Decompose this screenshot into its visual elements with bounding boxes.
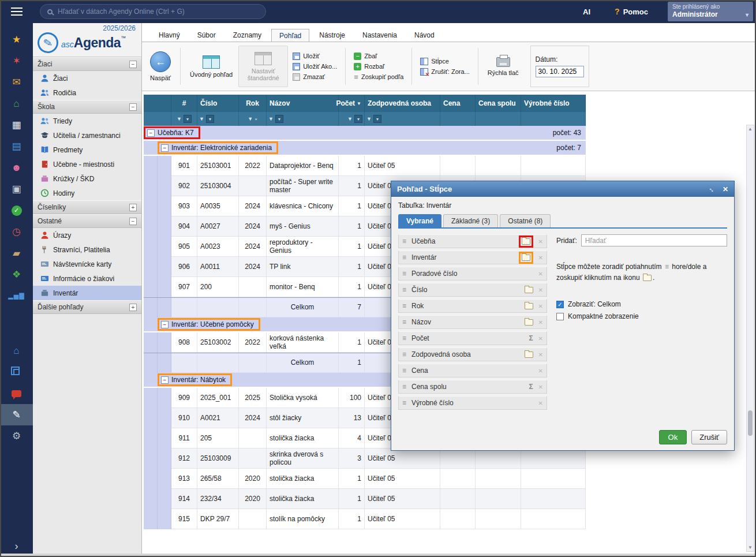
school-year[interactable]: 2025/2026 [36,24,138,32]
filter-cell-cena[interactable] [440,112,476,126]
sum-icon[interactable]: Σ [529,334,533,342]
column-item-pocet[interactable]: ≡ Počet Σ ✕ [398,331,547,345]
set-default-button[interactable]: Nastaviť štandardné [238,46,288,87]
column-item-cislo[interactable]: ≡ Číslo ✕ [398,283,547,297]
sidebar-item-rodicia[interactable]: Rodičia [33,85,141,100]
table-row[interactable]: 913 265/58 2020 stolička žiacka 1 Učiteľ… [144,469,586,489]
scrollbar-thumb[interactable] [748,410,753,436]
expand-toggle-icon[interactable]: + [129,304,137,311]
column-header-cislo[interactable]: Číslo [197,95,239,112]
drag-handle-icon[interactable]: ≡ [402,318,406,326]
checkbox-checked-icon[interactable]: ✓ [556,301,564,308]
menu-icon[interactable] [0,11,33,12]
account-menu[interactable]: Ste prihlásený ako Administrátor ▾ [668,2,753,21]
column-header-cena-spolu[interactable]: Cena spolu [476,95,521,112]
sidebar-item-kruzky[interactable]: Krúžky / ŠKD [33,171,141,186]
drag-handle-icon[interactable]: ≡ [402,350,406,358]
column-item-poradove-cislo[interactable]: ≡ Poradové číslo ✕ [398,267,547,281]
remove-icon[interactable]: ✕ [538,352,543,358]
briefcase-icon[interactable]: ▰ [0,242,33,264]
sidebar-item-triedy[interactable]: Triedy [33,114,141,128]
column-item-zodpovedna-osoba[interactable]: ≡ Zodpovedná osoba ✕ [398,347,547,361]
dialog-tab-zakladne[interactable]: Základné (3) [443,214,498,227]
column-item-cena-spolu[interactable]: ≡ Cena spolu Σ ✕ [398,380,547,394]
columns-button[interactable]: Stĺpce [420,58,469,65]
filter-cell-nazov[interactable]: ▼▾ [267,112,339,126]
column-header-vyrobne-cislo[interactable]: Výrobné číslo [521,95,586,112]
remove-icon[interactable]: ✕ [538,400,543,406]
person-icon[interactable]: ☻ [0,157,33,178]
filter-cell-vyrobne[interactable] [521,112,586,126]
table-row[interactable]: 912 25103009 skrinka dverová s policou 3… [144,448,586,469]
home-icon[interactable]: ⌂ [0,93,33,114]
nav-section-ciselniky[interactable]: Číselníky + [33,200,141,214]
filter-cell-cena-spolu[interactable] [476,112,521,126]
group-by-button[interactable]: ≡Zoskupiť podľa [354,73,403,81]
checkbox-unchecked-icon[interactable] [556,313,564,320]
filter-cell-rok[interactable]: ▼× [239,112,267,126]
filter-dropdown[interactable]: ▾ [184,115,192,123]
shield-icon[interactable]: ❖ [0,264,33,285]
remove-icon[interactable]: ✕ [538,319,543,326]
ai-button[interactable]: AI [583,8,590,16]
column-item-ucebna[interactable]: ≡ Učebňa ✕ [398,234,547,248]
drag-handle-icon[interactable]: ≡ [402,302,406,310]
collapse-group-icon[interactable]: − [161,376,169,384]
collapse-all-button[interactable]: −Zbaľ [354,53,403,60]
alarm-icon[interactable]: ◷ [0,221,33,242]
filter-cell-osoba[interactable]: ▼▾ [365,112,440,126]
tab-zoznamy[interactable]: Zoznamy [226,29,269,42]
column-item-inventar[interactable]: ≡ Inventár ✕ [398,251,547,264]
vertical-scrollbar[interactable]: ▲ ▼ [746,125,754,552]
remove-icon[interactable]: ✕ [538,255,543,261]
column-item-nazov[interactable]: ≡ Názov ✕ [398,315,547,329]
dialog-tab-vybrane[interactable]: Vybrané [398,214,441,227]
filter-cell-num[interactable]: ▼▾ [171,112,197,126]
sidebar-item-ucitelia[interactable]: Učitelia / zamestnanci [33,128,141,143]
collapse-toggle-icon[interactable]: − [129,61,137,68]
column-item-vyrobne-cislo[interactable]: ≡ Výrobné číslo ✕ [398,396,547,410]
column-header-cena[interactable]: Cena [440,95,476,112]
cancel-sort-button[interactable]: Zrušiť: Zora... [420,68,469,76]
column-item-rok[interactable]: ≡ Rok ✕ [398,299,547,313]
drag-handle-icon[interactable]: ≡ [402,399,406,407]
sum-icon[interactable]: Σ [529,383,533,391]
filter-dropdown[interactable]: ▾ [373,115,381,123]
nav-section-dalsie-pohlady[interactable]: Ďalšie pohľady + [33,300,141,314]
drag-handle-icon[interactable]: ≡ [402,270,406,278]
show-total-checkbox[interactable]: ✓ Zobraziť: Celkom [556,300,727,308]
tab-nastavenia[interactable]: Nastavenia [355,29,405,42]
quick-print-button[interactable]: Rýchla tlač [482,46,525,87]
tab-nastroje[interactable]: Nástroje [312,29,353,42]
dialog-close-icon[interactable]: ✕ [723,185,728,193]
check-circle-icon[interactable]: ✓ [0,200,33,221]
sidebar-item-urazy[interactable]: Úrazy [33,228,141,242]
scroll-up-icon[interactable]: ▲ [747,126,754,132]
remove-icon[interactable]: ✕ [538,384,543,390]
table-row[interactable]: 901 25103001 2022 Dataprojektor - Benq 1… [144,156,586,176]
gear-icon[interactable]: ⚙ [0,425,33,447]
dialog-tab-ostatne[interactable]: Ostatné (8) [500,214,551,227]
expand-toggle-icon[interactable]: + [129,204,137,211]
cancel-button[interactable]: Zrušiť [691,430,727,444]
chart-icon[interactable]: ▂▅▇ [0,285,33,306]
wand-icon[interactable]: ✶ [0,50,33,72]
table-row[interactable]: 915 DKP 29/7 stolík na pomôcky 1 Učiteľ … [144,509,586,529]
card-icon[interactable]: ▣ [0,178,33,200]
group-folder-icon[interactable] [525,287,533,293]
collapse-toggle-icon[interactable]: − [129,218,137,225]
column-header-num[interactable]: # [171,95,197,112]
collapse-toggle-icon[interactable]: − [129,103,137,111]
collapse-group-icon[interactable]: − [161,144,169,152]
group-folder-icon[interactable] [522,255,530,261]
filter-cell-pocet[interactable]: ▼▾ [339,112,365,126]
sidebar-item-stravnici[interactable]: Stravníci, Platitelia [33,242,141,257]
global-search[interactable] [40,4,266,19]
filter-dropdown[interactable]: ▾ [275,115,283,123]
sidebar-item-inventar[interactable]: Inventár [33,286,141,300]
calendar-icon[interactable]: ▦ [0,114,33,136]
compact-view-checkbox[interactable]: Kompaktné zobrazenie [556,312,727,320]
remove-icon[interactable]: ✕ [538,238,543,245]
group-row-elektronicke-zariadenia[interactable]: − Inventár: Elektronické zariadenia poče… [144,141,586,156]
initial-view-button[interactable]: Úvodný pohľad [184,46,238,87]
